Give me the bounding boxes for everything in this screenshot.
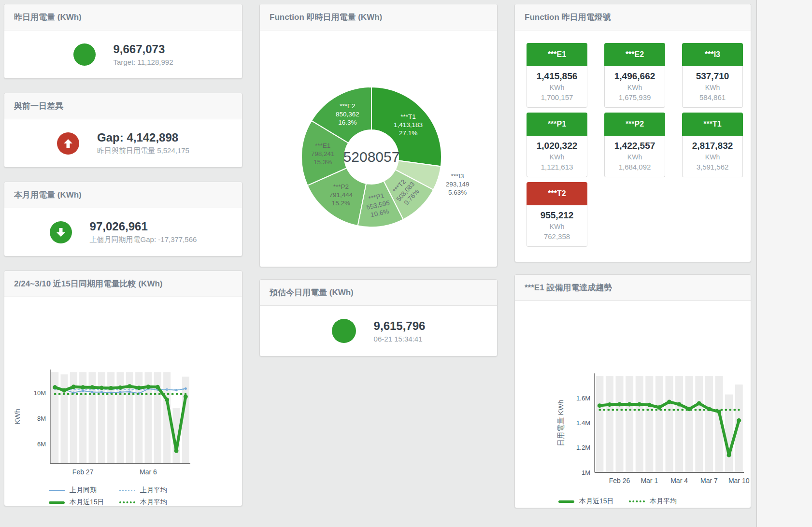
status-tile-t1: ***T1 2,817,832 KWh 3,591,562: [682, 113, 743, 177]
card-15day-comparison: 2/24~3/10 近15日同期用電量比較 (KWh) 6M8M10MFeb 2…: [4, 271, 242, 506]
svg-text:Mar 6: Mar 6: [140, 468, 157, 476]
svg-text:8M: 8M: [37, 415, 46, 422]
tile-unit: KWh: [607, 84, 663, 91]
status-ok-circle-icon: [73, 43, 96, 66]
status-tile-t2: ***T2 955,212 KWh 762,358: [527, 182, 587, 247]
tile-unit: KWh: [529, 84, 585, 91]
tile-body: 2,817,832 KWh 3,591,562: [682, 136, 743, 177]
svg-text:1,413,183: 1,413,183: [394, 121, 423, 128]
stat-text: 9,667,073 Target: 11,128,992: [114, 43, 173, 66]
svg-text:798,241: 798,241: [311, 150, 335, 157]
card-month-usage: 本月用電量 (KWh) 97,026,961 上個月同期用電Gap: -17,3…: [4, 182, 242, 256]
tile-target: 3,591,562: [684, 163, 741, 171]
legend-label: 上月平均: [140, 486, 167, 495]
legend-label: 本月近15日: [70, 498, 104, 506]
status-tile-grid: ***E1 1,415,856 KWh 1,700,157 ***E2 1,49…: [515, 30, 751, 247]
svg-text:Mar 10: Mar 10: [728, 477, 750, 484]
stat-value: Gap: 4,142,898: [97, 131, 189, 144]
svg-text:***T1: ***T1: [400, 113, 416, 120]
svg-text:15.3%: 15.3%: [313, 158, 332, 166]
card-title: Function 即時日用電量 (KWh): [270, 13, 382, 22]
tile-target: 1,121,613: [529, 163, 585, 171]
svg-text:***P2: ***P2: [333, 183, 349, 190]
svg-text:Mar 4: Mar 4: [670, 477, 688, 484]
svg-text:850,362: 850,362: [336, 111, 359, 118]
status-tile-i3: ***I3 537,710 KWh 584,861: [682, 43, 743, 108]
card-header: 本月用電量 (KWh): [4, 182, 242, 208]
tile-value: 1,020,322: [529, 141, 585, 151]
legend-item-this-month-15days[interactable]: 本月近15日: [558, 497, 629, 506]
tile-target: 1,675,939: [607, 93, 663, 101]
arrow-up-circle-icon: [57, 132, 79, 155]
tile-body: 537,710 KWh 584,861: [682, 66, 743, 108]
tile-body: 1,422,557 KWh 1,684,092: [604, 136, 665, 177]
card-body: 9,667,073 Target: 11,128,992: [4, 30, 242, 78]
legend-item-this-month-average[interactable]: 本月平均: [629, 497, 699, 506]
tile-value: 1,422,557: [607, 141, 663, 151]
card-body: 1M1.2M1.4M1.6MFeb 26Mar 1Mar 4Mar 7Mar 1…: [515, 301, 751, 508]
function-usage-donut-chart[interactable]: ***T11,413,18327.1%***I3293,1495.63%***T…: [260, 30, 497, 267]
tile-value: 2,817,832: [684, 141, 741, 151]
tile-target: 1,684,092: [607, 163, 663, 171]
svg-text:日用電量 KWh: 日用電量 KWh: [556, 399, 565, 446]
svg-text:1M: 1M: [582, 469, 590, 476]
legend-row: 上月同期 上月平均: [49, 486, 242, 495]
tile-header: ***E2: [604, 43, 665, 66]
stat-subtitle: 昨日與前日用電量 5,524,175: [97, 146, 189, 156]
card-body: 6M8M10MFeb 27Mar 6KWh 上月同期 上月平均: [4, 297, 242, 506]
svg-text:293,149: 293,149: [446, 181, 470, 188]
card-title: 昨日用電量 (KWh): [14, 13, 82, 22]
svg-text:Feb 27: Feb 27: [72, 468, 94, 476]
card-gap-previous-day: 與前一日差異 Gap: 4,142,898 昨日與前日用電量 5,524,175: [4, 93, 242, 168]
stat-text: Gap: 4,142,898 昨日與前日用電量 5,524,175: [97, 131, 189, 156]
tile-unit: KWh: [529, 153, 585, 161]
stat-timestamp: 06-21 15:34:41: [374, 335, 426, 343]
tile-header: ***T2: [527, 182, 587, 205]
legend-item-this-month-average[interactable]: 本月平均: [119, 498, 190, 506]
svg-text:Mar 1: Mar 1: [641, 477, 658, 484]
page-right-gutter: [756, 0, 812, 527]
stat-value: 9,615,796: [374, 319, 426, 333]
stat-text: 9,615,796 06-21 15:34:41: [374, 319, 426, 343]
trend-legend: 本月近15日 本月平均 Target: [515, 497, 751, 508]
stat-text: 97,026,961 上個月同期用電Gap: -17,377,566: [90, 220, 197, 244]
left-column: 昨日用電量 (KWh) 9,667,073 Target: 11,128,992…: [4, 4, 242, 523]
status-tile-e1: ***E1 1,415,856 KWh 1,700,157: [527, 43, 587, 108]
middle-column: Function 即時日用電量 (KWh) ***T11,413,18327.1…: [259, 4, 498, 523]
svg-text:Mar 7: Mar 7: [700, 477, 718, 484]
card-header: ***E1 設備用電達成趨勢: [515, 275, 751, 301]
legend-label: 上月同期: [70, 486, 97, 495]
tile-body: 1,496,662 KWh 1,675,939: [604, 66, 665, 108]
svg-text:5.63%: 5.63%: [448, 189, 467, 196]
status-tile-p2: ***P2 1,422,557 KWh 1,684,092: [604, 113, 665, 177]
e1-trend-line-chart[interactable]: 1M1.2M1.4M1.6MFeb 26Mar 1Mar 4Mar 7Mar 1…: [515, 301, 751, 494]
legend-item-last-month-same-period[interactable]: 上月同期: [49, 486, 119, 495]
compare-legend: 上月同期 上月平均 本月近15日: [4, 486, 242, 506]
tile-target: 762,358: [529, 232, 585, 241]
svg-text:10M: 10M: [34, 389, 46, 397]
card-header: 2/24~3/10 近15日同期用電量比較 (KWh): [4, 271, 242, 297]
green-line-swatch-icon: [558, 500, 574, 503]
tile-value: 1,496,662: [607, 71, 663, 82]
dashboard: 昨日用電量 (KWh) 9,667,073 Target: 11,128,992…: [0, 0, 756, 527]
card-title: 2/24~3/10 近15日同期用電量比較 (KWh): [14, 279, 163, 288]
tile-unit: KWh: [529, 223, 585, 230]
tile-target: 1,700,157: [529, 93, 585, 101]
tile-body: 955,212 KWh 762,358: [527, 205, 587, 247]
tile-header: ***T1: [682, 113, 743, 136]
stat-value: 9,667,073: [114, 43, 173, 56]
legend-item-this-month-15days[interactable]: 本月近15日: [49, 498, 119, 506]
svg-text:1.2M: 1.2M: [576, 444, 590, 451]
svg-text:6M: 6M: [37, 441, 46, 448]
status-tile-e2: ***E2 1,496,662 KWh 1,675,939: [604, 43, 665, 108]
svg-text:Feb 26: Feb 26: [609, 477, 630, 484]
compare-line-chart[interactable]: 6M8M10MFeb 27Mar 6KWh: [4, 297, 242, 483]
svg-text:27.1%: 27.1%: [399, 129, 417, 137]
legend-label: 本月平均: [140, 498, 167, 506]
stat-value: 97,026,961: [90, 220, 197, 233]
legend-row: 本月近15日 本月平均: [558, 497, 751, 506]
tile-header: ***E1: [527, 43, 587, 66]
tile-value: 537,710: [684, 71, 741, 82]
legend-item-last-month-average[interactable]: 上月平均: [119, 486, 190, 495]
svg-text:KWh: KWh: [13, 409, 21, 425]
